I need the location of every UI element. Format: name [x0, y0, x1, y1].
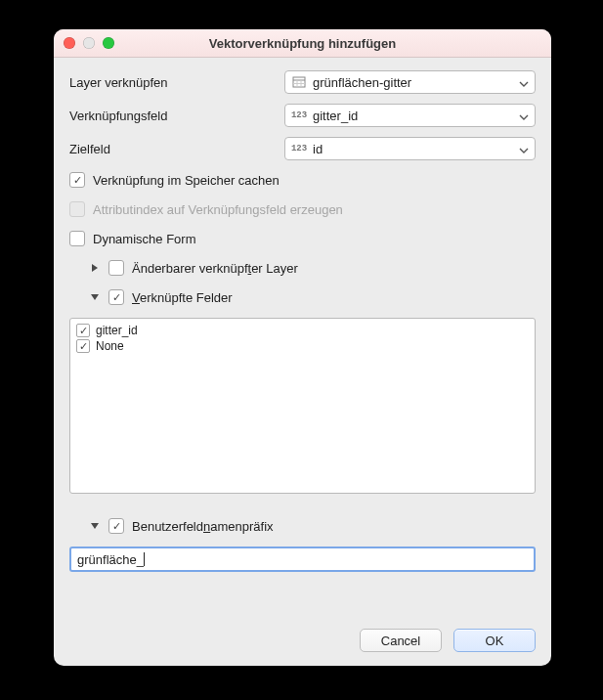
joined-fields-list[interactable]: gitter_id None	[69, 318, 536, 494]
integer-field-icon: 123	[291, 109, 307, 122]
text-caret	[144, 552, 145, 566]
chevron-down-icon	[519, 75, 529, 90]
combo-join-layer-value: grünflächen-gitter	[313, 75, 519, 90]
titlebar: Vektorverknüpfung hinzufügen	[54, 29, 551, 58]
checkbox-field[interactable]	[76, 339, 90, 353]
prefix-input[interactable]: grünfläche_	[69, 547, 536, 572]
ok-button[interactable]: OK	[453, 629, 536, 652]
row-join-layer: Layer verknüpfen grünflächen-gitter	[69, 69, 536, 95]
list-item[interactable]: gitter_id	[76, 323, 529, 338]
chevron-down-icon	[519, 142, 529, 156]
checkbox-cache-join[interactable]	[69, 172, 85, 188]
row-join-field: Verknüpfungsfeld 123 gitter_id	[69, 103, 536, 128]
row-target-field: Zielfeld 123 id	[69, 136, 536, 161]
dialog-content: Layer verknüpfen grünflächen-gitter	[54, 58, 551, 666]
combo-join-layer[interactable]: grünflächen-gitter	[284, 70, 536, 94]
list-item[interactable]: None	[76, 338, 529, 354]
label-create-index: Attributindex auf Verknüpfungsfeld erzeu…	[93, 202, 343, 217]
layer-icon	[291, 75, 307, 89]
label-editable-layer: Änderbarer verknüpfter Layer	[132, 261, 298, 276]
combo-join-field-value: gitter_id	[313, 109, 519, 123]
checkbox-prefix[interactable]	[108, 518, 124, 534]
disclosure-expanded-icon[interactable]	[89, 291, 101, 303]
row-create-index: Attributindex auf Verknüpfungsfeld erzeu…	[69, 198, 536, 220]
label-target-field: Zielfeld	[69, 142, 275, 156]
integer-field-icon: 123	[291, 142, 307, 155]
prefix-input-value: grünfläche_	[77, 552, 144, 567]
row-joined-fields: Verknüpfte Felder	[69, 286, 536, 308]
combo-target-field[interactable]: 123 id	[284, 137, 536, 160]
row-editable-layer: Änderbarer verknüpfter Layer	[69, 257, 536, 279]
label-prefix: Benutzerfeldnamenpräfix	[132, 519, 274, 534]
label-join-field: Verknüpfungsfeld	[69, 109, 275, 123]
checkbox-create-index	[69, 201, 85, 217]
button-bar: Cancel OK	[69, 619, 536, 652]
label-join-layer: Layer verknüpfen	[69, 75, 275, 90]
row-prefix: Benutzerfeldnamenpräfix	[69, 515, 536, 537]
chevron-down-icon	[519, 109, 529, 123]
label-joined-fields: Verknüpfte Felder	[132, 290, 233, 305]
disclosure-expanded-icon[interactable]	[89, 520, 101, 532]
checkbox-dynamic-form[interactable]	[69, 231, 85, 246]
combo-join-field[interactable]: 123 gitter_id	[284, 104, 536, 127]
dialog-window: Vektorverknüpfung hinzufügen Layer verkn…	[54, 29, 551, 666]
row-dynamic-form: Dynamische Form	[69, 228, 536, 249]
window-title: Vektorverknüpfung hinzufügen	[54, 36, 551, 51]
disclosure-collapsed-icon[interactable]	[89, 262, 101, 274]
label-cache-join: Verknüpfung im Speicher cachen	[93, 173, 280, 188]
label-dynamic-form: Dynamische Form	[93, 232, 195, 246]
checkbox-editable-layer[interactable]	[108, 260, 124, 276]
svg-rect-0	[293, 77, 305, 87]
field-name: gitter_id	[96, 324, 138, 337]
field-name: None	[96, 339, 124, 353]
combo-target-field-value: id	[313, 142, 519, 156]
checkbox-field[interactable]	[76, 324, 90, 337]
cancel-button[interactable]: Cancel	[360, 629, 442, 652]
row-cache-join: Verknüpfung im Speicher cachen	[69, 169, 536, 191]
checkbox-joined-fields[interactable]	[108, 289, 124, 305]
